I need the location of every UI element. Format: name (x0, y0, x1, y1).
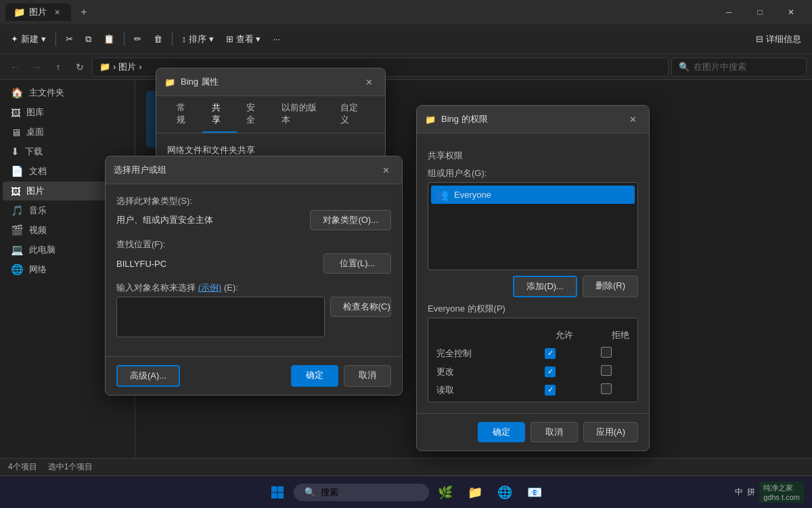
remove-perm-btn[interactable]: 删除(R) (583, 276, 638, 297)
location-btn[interactable]: 位置(L)... (323, 253, 391, 274)
music-icon: 🎵 (11, 205, 24, 217)
sep1 (55, 33, 56, 46)
object-type-row: 选择此对象类型(S): 用户、组或内置安全主体 对象类型(O)... (116, 195, 391, 230)
perm-cancel-btn[interactable]: 取消 (531, 422, 578, 442)
toolbar-right: ⊟ 详细信息 (750, 30, 807, 48)
start-button[interactable] (264, 479, 291, 506)
perm-change-deny[interactable] (579, 362, 635, 381)
sidebar-item-desktop[interactable]: 🖥 桌面 (3, 123, 132, 142)
tab-custom[interactable]: 自定义 (331, 96, 374, 133)
read-deny-checkbox[interactable] (601, 383, 612, 394)
videos-icon: 🎬 (11, 224, 24, 236)
details-btn[interactable]: ⊟ 详细信息 (750, 30, 807, 48)
change-allow-checkbox[interactable]: ✓ (545, 366, 556, 377)
tab-previous[interactable]: 以前的版本 (272, 96, 331, 133)
perm-change-allow[interactable]: ✓ (522, 362, 579, 381)
sidebar-pictures-label: 图片 (26, 185, 44, 197)
example-link[interactable]: (示例) (198, 282, 222, 293)
check-names-btn[interactable]: 检查名称(C) (330, 297, 391, 317)
sep2 (124, 33, 125, 46)
sidebar-desktop-label: 桌面 (26, 126, 44, 138)
more-btn[interactable]: ··· (267, 31, 286, 47)
taskbar-mail-icon[interactable]: 📧 (521, 479, 548, 506)
new-btn[interactable]: ✦ ✦ 新建 新建 ▾ (5, 30, 51, 48)
perm-ok-btn[interactable]: 确定 (478, 422, 525, 442)
bing-props-close-btn[interactable]: ✕ (361, 74, 377, 90)
new-tab-btn[interactable]: + (74, 2, 94, 22)
perm-read-deny[interactable] (579, 381, 635, 399)
status-bar: 4个项目 选中1个项目 (0, 458, 812, 475)
maximize-btn[interactable]: □ (744, 1, 775, 23)
taskbar-search-text: 搜索 (321, 486, 338, 499)
select-cancel-btn[interactable]: 取消 (344, 365, 391, 387)
pictures-icon: 🖼 (11, 186, 21, 197)
refresh-btn[interactable]: ↻ (70, 58, 89, 77)
advanced-btn[interactable]: 高级(A)... (116, 365, 180, 387)
perm-row-fullcontrol: 完全控制 ✓ (431, 344, 635, 362)
perm-fullcontrol-allow[interactable]: ✓ (522, 344, 579, 362)
object-type-btn[interactable]: 对象类型(O)... (310, 210, 391, 230)
perm-area: 允许 拒绝 完全控制 ✓ 更改 (428, 318, 638, 402)
taskbar-search[interactable]: 🔍 搜索 (294, 484, 429, 501)
change-deny-checkbox[interactable] (601, 365, 612, 376)
add-perm-btn[interactable]: 添加(D)... (513, 276, 577, 297)
select-user-close-btn[interactable]: ✕ (378, 162, 394, 178)
fullcontrol-deny-checkbox[interactable] (601, 347, 612, 358)
docs-icon: 📄 (11, 165, 24, 177)
explorer-tab[interactable]: 📁 图片 ✕ (5, 3, 71, 21)
everyone-user-item[interactable]: 👥 Everyone (431, 186, 635, 204)
delete-icon: 🗑 (154, 34, 162, 44)
perm-row-read: 读取 ✓ (431, 381, 635, 399)
tab-share[interactable]: 共享 (202, 96, 238, 133)
select-ok-btn[interactable]: 确定 (291, 365, 338, 387)
delete-btn[interactable]: 🗑 (148, 31, 168, 47)
permissions-users-list: 👥 Everyone (428, 182, 638, 270)
sidebar-docs-label: 文档 (29, 165, 47, 177)
taskbar-folder-icon[interactable]: 📁 (461, 479, 489, 506)
paste-btn[interactable]: 📋 (98, 31, 120, 47)
object-type-inline: 用户、组或内置安全主体 对象类型(O)... (116, 210, 391, 230)
rename-btn[interactable]: ✏ (129, 31, 147, 47)
permissions-dialog: 📁 Bing 的权限 ✕ 共享权限 组或用户名(G): 👥 Everyone 添… (416, 105, 650, 451)
fullcontrol-allow-checkbox[interactable]: ✓ (545, 348, 556, 359)
perm-read-allow[interactable]: ✓ (522, 381, 579, 399)
sidebar-item-gallery[interactable]: 🖼 图库 (3, 103, 132, 122)
back-btn: ← (5, 58, 24, 77)
group-label: 组或用户名(G): (428, 167, 638, 179)
path-icon: 📁 (99, 62, 110, 72)
perm-col-deny: 拒绝 (579, 326, 635, 344)
path-separator: › (113, 62, 116, 72)
permissions-footer: 确定 取消 应用(A) (417, 413, 649, 450)
paste-icon: 📋 (104, 34, 114, 44)
perm-change-label: 更改 (431, 362, 522, 381)
sort-btn[interactable]: ↕ 排序 ▾ (177, 30, 219, 48)
up-btn[interactable]: ↑ (49, 58, 68, 77)
read-allow-checkbox[interactable]: ✓ (545, 385, 556, 396)
close-btn[interactable]: ✕ (775, 1, 807, 23)
gallery-icon: 🖼 (11, 107, 21, 119)
view-btn[interactable]: ⊞ 查看 ▾ (221, 30, 267, 48)
cut-btn[interactable]: ✂ (60, 31, 78, 47)
minimize-btn[interactable]: ─ (713, 1, 744, 23)
sidebar-item-home[interactable]: 🏠 主文件夹 (3, 83, 132, 102)
downloads-icon: ⬇ (11, 146, 20, 158)
object-type-input: 用户、组或内置安全主体 (116, 212, 304, 228)
search-box[interactable]: 🔍 在图片中搜索 (671, 58, 807, 77)
windows-logo-icon (271, 486, 284, 499)
toolbar: ✦ ✦ 新建 新建 ▾ ✂ ⧉ 📋 ✏ 🗑 ↕ 排序 ▾ ⊞ 查看 ▾ (0, 24, 812, 54)
permissions-close-btn[interactable]: ✕ (625, 111, 641, 127)
permissions-title-bar: 📁 Bing 的权限 ✕ (417, 106, 649, 133)
taskbar-edge-icon[interactable]: 🌐 (491, 479, 518, 506)
object-type-label: 选择此对象类型(S): (116, 195, 391, 207)
perm-apply-btn[interactable]: 应用(A) (583, 422, 638, 442)
rename-icon: ✏ (134, 34, 141, 44)
copy-btn[interactable]: ⧉ (80, 31, 97, 47)
tab-security[interactable]: 安全 (237, 96, 272, 133)
watermark: 纯净之家gdhs t.com (759, 482, 804, 503)
tab-general[interactable]: 常规 (167, 96, 202, 133)
sidebar-music-label: 音乐 (29, 205, 47, 217)
perm-fullcontrol-deny[interactable] (579, 344, 635, 362)
taskbar-nature-icon[interactable]: 🌿 (432, 479, 459, 506)
tab-close-btn[interactable]: ✕ (51, 6, 63, 18)
object-name-input[interactable] (116, 297, 325, 337)
